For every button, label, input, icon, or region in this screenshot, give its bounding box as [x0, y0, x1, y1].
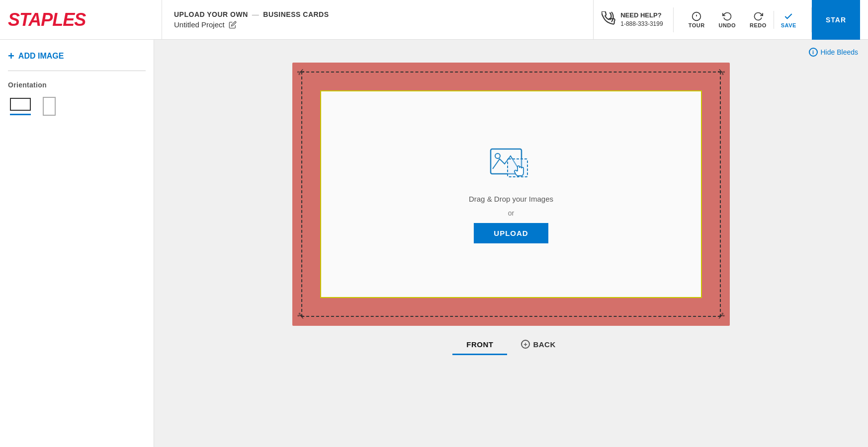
- phone-number: 1-888-333-3199: [620, 20, 663, 28]
- nav-section-label: BUSINESS CARDS: [263, 10, 329, 18]
- save-checkmark-icon: [783, 11, 793, 21]
- header: STAPLES UPLOAD YOUR OWN — BUSINESS CARDS…: [0, 0, 868, 40]
- staples-logo: STAPLES: [8, 9, 86, 30]
- landscape-active-indicator: [10, 114, 31, 115]
- portrait-icon: [43, 97, 56, 116]
- tab-bar: FRONT + BACK: [452, 335, 570, 355]
- orientation-options: [8, 95, 146, 118]
- hide-bleeds-button[interactable]: i Hide Bleeds: [809, 48, 859, 57]
- phone-icon: [602, 11, 615, 28]
- nav-project: Untitled Project: [174, 20, 581, 29]
- landscape-orientation-button[interactable]: [8, 96, 33, 117]
- tour-button[interactable]: TOUR: [682, 9, 712, 30]
- tab-front[interactable]: FRONT: [452, 335, 507, 355]
- need-help-label: NEED HELP?: [620, 11, 663, 20]
- redo-icon: [753, 11, 763, 21]
- orientation-label: Orientation: [8, 81, 146, 89]
- or-text: or: [508, 209, 514, 217]
- svg-point-4: [495, 153, 500, 158]
- info-icon: i: [809, 48, 818, 57]
- drag-drop-icon: [489, 145, 533, 185]
- content-area[interactable]: Drag & Drop your Images or UPLOAD: [321, 91, 701, 297]
- nav-upload-label: UPLOAD YOUR OWN: [174, 10, 248, 18]
- project-name: Untitled Project: [174, 20, 225, 29]
- portrait-orientation-button[interactable]: [41, 95, 58, 118]
- nav-breadcrumb: UPLOAD YOUR OWN — BUSINESS CARDS Untitle…: [162, 0, 594, 39]
- redo-button[interactable]: REDO: [743, 9, 774, 30]
- card-canvas: Drag & Drop your Images or UPLOAD ✂ ✂ ✂ …: [292, 63, 730, 326]
- canvas-area: i Hide Bleeds: [154, 40, 868, 447]
- save-button[interactable]: SAVE: [774, 9, 803, 30]
- upload-icon-area: [489, 145, 533, 185]
- sidebar: + ADD IMAGE Orientation: [0, 40, 154, 447]
- tab-back[interactable]: + BACK: [507, 335, 569, 355]
- start-button[interactable]: STAR: [812, 0, 860, 40]
- nav-top: UPLOAD YOUR OWN — BUSINESS CARDS: [174, 10, 581, 18]
- logo-area: STAPLES: [8, 0, 162, 39]
- edit-pencil-icon[interactable]: [229, 21, 237, 29]
- header-right: NEED HELP? 1-888-333-3199 TOUR UNDO: [594, 0, 860, 40]
- landscape-icon: [10, 98, 31, 111]
- sidebar-divider: [8, 71, 146, 71]
- hide-bleeds-bar: i Hide Bleeds: [164, 48, 858, 57]
- tour-icon: [692, 11, 701, 21]
- add-image-button[interactable]: + ADD IMAGE: [8, 50, 64, 63]
- undo-button[interactable]: UNDO: [712, 9, 743, 30]
- undo-icon: [722, 11, 732, 21]
- drag-drop-text: Drag & Drop your Images: [469, 195, 553, 203]
- plus-icon: +: [8, 50, 14, 63]
- help-text: NEED HELP? 1-888-333-3199: [620, 11, 663, 28]
- tab-back-plus-icon: +: [521, 340, 530, 349]
- upload-button[interactable]: UPLOAD: [474, 223, 548, 243]
- main-area: + ADD IMAGE Orientation i Hide Bleeds: [0, 40, 868, 447]
- toolbar-actions: TOUR UNDO REDO SAV: [674, 7, 812, 32]
- nav-separator: —: [252, 10, 260, 18]
- help-section: NEED HELP? 1-888-333-3199: [602, 7, 673, 32]
